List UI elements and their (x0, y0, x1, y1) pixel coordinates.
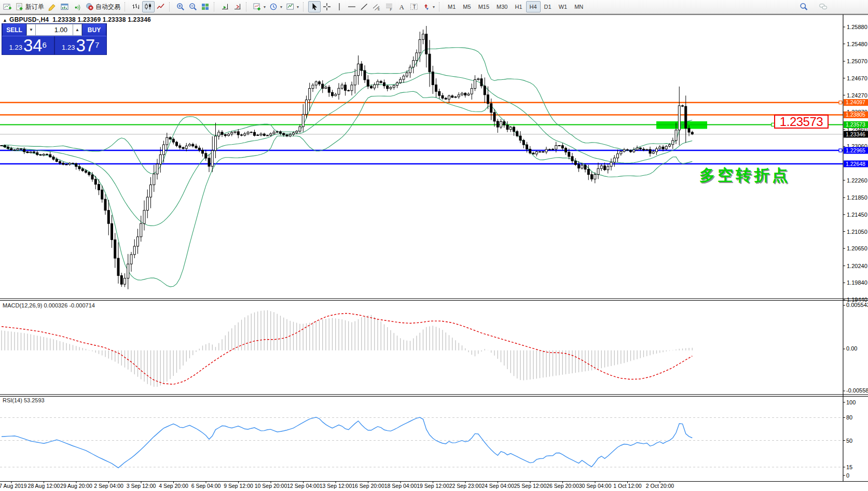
toolbar-separator (303, 2, 307, 11)
tf-w1[interactable]: W1 (555, 1, 571, 12)
time-axis[interactable]: 27 Aug 201928 Aug 12:0029 Aug 20:002 Sep… (0, 482, 674, 489)
svg-text:50: 50 (846, 438, 852, 444)
tile-icon (201, 3, 210, 11)
svg-text:15: 15 (846, 464, 852, 470)
tf-m15[interactable]: M15 (475, 1, 493, 12)
profiles-chart-button[interactable] (1, 1, 13, 12)
sell-price-base: 1.23 (9, 42, 22, 53)
fib-icon: F (385, 3, 393, 11)
periods-button[interactable]: ▾ (268, 1, 284, 12)
svg-text:1.23573: 1.23573 (846, 121, 865, 128)
time-tick-label: 16 Sep 20:00 (352, 483, 384, 489)
tf-m5[interactable]: M5 (459, 1, 474, 12)
bar-chart-button[interactable] (130, 1, 142, 12)
templates-button[interactable]: ▾ (284, 1, 301, 12)
chart-shift-button[interactable] (231, 1, 244, 12)
chevron-down-icon: ▾ (433, 5, 435, 9)
chart-canvas: 1.258801.254801.250701.246701.242701.238… (0, 0, 868, 491)
rsi-indicator-label: RSI(14) 53.2593 (3, 397, 45, 403)
time-tick-label: 2 Oct 20:00 (646, 483, 674, 489)
text-label-button[interactable]: T (408, 1, 420, 12)
level-handle[interactable] (839, 101, 842, 104)
signals-button[interactable] (71, 1, 84, 12)
volume-increase-button[interactable]: ▲ (73, 24, 82, 36)
svg-text:T: T (413, 4, 416, 10)
price-tick-label: 1.21850 (847, 194, 867, 201)
buy-price[interactable]: 1.23 37 7 (54, 36, 107, 54)
toolbar-separator (246, 2, 250, 11)
new-order-button[interactable]: 新订单 (13, 1, 46, 12)
tf-d1[interactable]: D1 (541, 1, 555, 12)
level-handle[interactable] (839, 149, 842, 152)
tile-windows-button[interactable] (199, 1, 212, 12)
text-button[interactable]: A (395, 1, 408, 12)
autoscroll-icon (221, 3, 229, 11)
svg-text:0.00: 0.00 (846, 345, 857, 352)
toolbar-group-standard: 新订单自动交易 (1, 0, 122, 13)
sell-price-big: 34 (23, 38, 43, 53)
svg-text:F: F (390, 8, 392, 11)
tf-m1[interactable]: M1 (444, 1, 459, 12)
search-button[interactable] (797, 1, 810, 12)
buy-button[interactable]: BUY (82, 24, 106, 36)
toolbar-separator (439, 2, 443, 11)
labelT-icon: T (410, 3, 418, 11)
volume-decrease-button[interactable]: ▼ (26, 24, 36, 36)
time-tick-label: 12 Sep 04:00 (287, 483, 320, 489)
time-tick-label: 27 Aug 2019 (0, 483, 27, 489)
line-chart-button[interactable] (155, 1, 167, 12)
tf-m15-label: M15 (478, 4, 489, 10)
svg-text:1.24097: 1.24097 (846, 99, 865, 105)
crosshair-button[interactable] (321, 1, 333, 12)
tf-h1-label: H1 (515, 4, 522, 10)
tf-mn[interactable]: MN (571, 1, 587, 12)
price-callout-label[interactable]: 1.23573 (774, 115, 829, 129)
time-tick-label: 29 Aug 20:00 (60, 483, 92, 489)
auto-scroll-button[interactable] (219, 1, 231, 12)
turning-point-annotation[interactable]: 多空转折点 (699, 165, 790, 186)
chat-button[interactable] (817, 1, 830, 12)
metaeditor-button[interactable] (46, 1, 59, 12)
autotrading-button[interactable]: 自动交易 (84, 1, 122, 12)
tf-m5-label: M5 (463, 4, 471, 10)
chevron-down-icon: ▾ (280, 5, 282, 9)
time-tick-label: 25 Sep 12:00 (514, 483, 547, 489)
tf-h1[interactable]: H1 (511, 1, 526, 12)
tf-m1-label: M1 (448, 4, 456, 10)
new-order-button-label: 新订单 (25, 3, 44, 11)
horizontal-line-button[interactable] (346, 1, 358, 12)
fibonacci-button[interactable]: F (383, 1, 395, 12)
time-tick-label: 19 Sep 12:00 (417, 483, 449, 489)
chevron-down-icon: ▾ (297, 5, 299, 9)
trendline-button[interactable] (358, 1, 370, 12)
toolbar-right-group (797, 1, 867, 12)
zoom-out-button[interactable] (187, 1, 199, 12)
vertical-line-button[interactable] (333, 1, 346, 12)
channel-button[interactable]: E (370, 1, 383, 12)
signals-icon (73, 3, 81, 11)
profile-icon (3, 3, 11, 11)
indicators-button[interactable]: ▾ (251, 1, 268, 12)
editor-icon (48, 3, 57, 11)
zoomin-icon (176, 3, 185, 11)
zoom-in-button[interactable] (174, 1, 187, 12)
sell-button[interactable]: SELL (2, 24, 26, 36)
volume-input[interactable]: 1.00 (36, 24, 73, 36)
indicators-icon (253, 3, 261, 11)
time-tick-label: 6 Sep 04:00 (191, 483, 221, 489)
time-tick-label: 10 Sep 20:00 (255, 483, 287, 489)
candlestick-button[interactable] (142, 1, 155, 12)
cursor-button[interactable] (308, 1, 321, 12)
arrows-button[interactable]: ▾ (420, 1, 437, 12)
collapse-panel-icon[interactable]: ▲ (3, 18, 7, 23)
toolbar-group-insert: ▾▾▾ (251, 0, 301, 13)
tf-d1-label: D1 (544, 4, 552, 10)
chat-icon (819, 3, 828, 11)
tf-h4[interactable]: H4 (526, 1, 541, 12)
sell-price[interactable]: 1.23 34 6 (2, 36, 54, 54)
chart-window-button[interactable] (59, 1, 71, 12)
tf-h4-label: H4 (530, 4, 537, 10)
toolbar-group-scroll (219, 0, 244, 13)
price-tick-label: 1.20650 (847, 245, 867, 251)
tf-m30[interactable]: M30 (493, 1, 511, 12)
